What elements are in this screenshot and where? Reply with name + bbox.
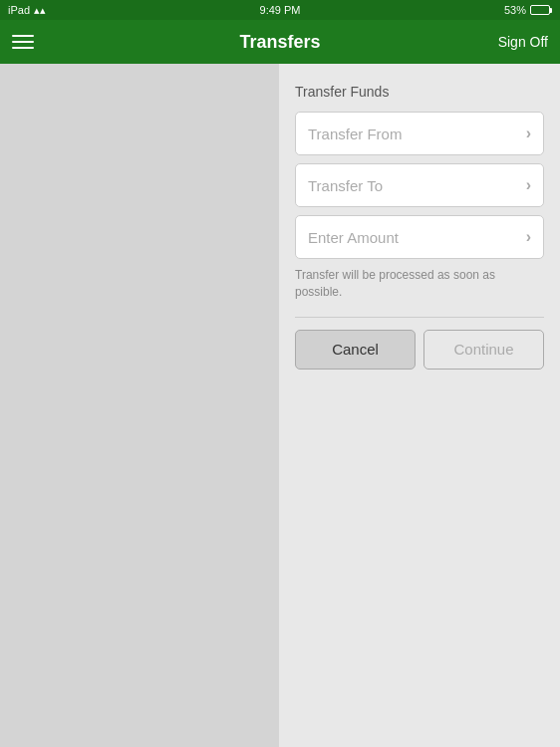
right-panel: Transfer Funds Transfer From › Transfer … [279,64,560,747]
transfer-to-row[interactable]: Transfer To › [295,163,544,207]
continue-button[interactable]: Continue [423,330,544,370]
transfer-to-chevron: › [526,176,531,194]
enter-amount-chevron: › [526,228,531,246]
enter-amount-row[interactable]: Enter Amount › [295,215,544,259]
enter-amount-label: Enter Amount [308,229,399,246]
transfer-note: Transfer will be processed as soon as po… [295,267,544,301]
battery-icon [530,5,552,15]
section-title: Transfer Funds [295,84,544,100]
divider [295,317,544,318]
left-panel [0,64,279,747]
status-time: 9:49 PM [260,4,301,16]
battery-percent: 53% [504,4,526,16]
menu-icon[interactable] [12,35,34,49]
nav-bar: Transfers Sign Off [0,20,560,64]
cancel-button[interactable]: Cancel [295,330,416,370]
transfer-from-row[interactable]: Transfer From › [295,112,544,155]
wifi-icon: ▴▴ [34,4,46,17]
transfer-to-label: Transfer To [308,177,383,194]
status-bar: iPad ▴▴ 9:49 PM 53% [0,0,560,20]
nav-title: Transfers [239,32,320,53]
device-label: iPad [8,4,30,16]
main-content: Transfer Funds Transfer From › Transfer … [0,64,560,747]
transfer-from-label: Transfer From [308,125,402,142]
status-right: 53% [504,4,552,16]
transfer-from-chevron: › [526,124,531,142]
button-row: Cancel Continue [295,330,544,370]
sign-off-button[interactable]: Sign Off [498,34,548,50]
status-left: iPad ▴▴ [8,4,46,17]
